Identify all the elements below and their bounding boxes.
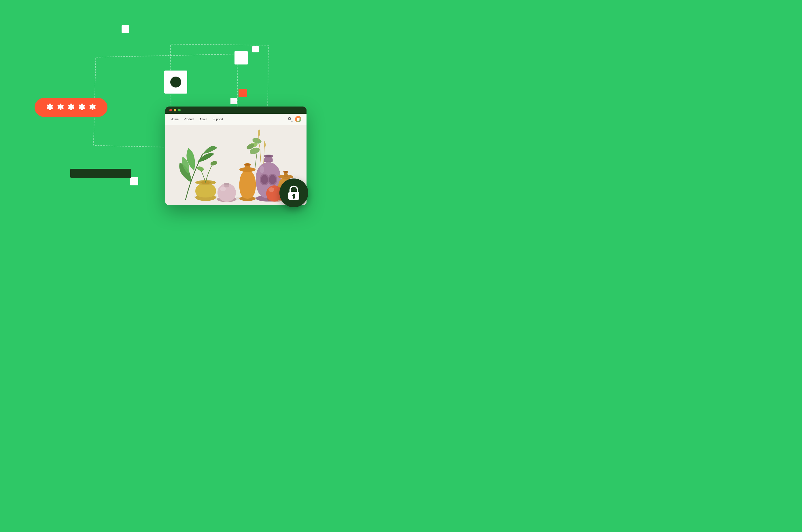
svg-point-23 [224, 183, 230, 185]
svg-point-32 [269, 175, 276, 184]
vase-small-yellow-left [195, 180, 216, 201]
cart-avatar-icon[interactable] [295, 116, 301, 122]
nav-link-home[interactable]: Home [170, 117, 179, 121]
deco-square-1 [122, 25, 129, 33]
lock-icon [287, 185, 300, 201]
svg-point-39 [284, 171, 287, 173]
deco-square-4 [231, 98, 237, 104]
nav-link-support[interactable]: Support [213, 117, 223, 121]
svg-point-31 [261, 175, 268, 184]
browser-nav-icons [288, 116, 301, 122]
deco-square-5 [130, 177, 138, 185]
browser-dot-green [178, 109, 181, 111]
cart-icon [296, 117, 300, 121]
password-pill: ✱ ✱ ✱ ✱ ✱ [35, 98, 107, 117]
asterisk-5: ✱ [89, 103, 96, 112]
lock-circle [279, 178, 308, 207]
search-icon[interactable] [288, 117, 292, 121]
browser-dot-red [169, 109, 172, 111]
svg-point-42 [269, 187, 274, 192]
deco-square-2 [235, 51, 248, 64]
browser-navbar: Home Product About Support [165, 114, 307, 125]
nav-link-about[interactable]: About [199, 117, 207, 121]
browser-titlebar [165, 107, 307, 114]
svg-point-33 [259, 166, 264, 173]
svg-rect-45 [293, 196, 295, 198]
deco-square-3 [252, 46, 259, 52]
logo-box [164, 71, 187, 94]
svg-point-27 [245, 164, 250, 166]
browser-nav-links: Home Product About Support [170, 117, 223, 121]
vase-tall-yellow [239, 163, 256, 201]
asterisk-3: ✱ [68, 103, 75, 112]
asterisk-2: ✱ [57, 103, 64, 112]
nav-link-product[interactable]: Product [184, 117, 194, 121]
logo-dot [170, 77, 181, 88]
browser-dot-yellow [174, 109, 176, 111]
asterisk-4: ✱ [78, 103, 85, 112]
deco-square-orange [238, 89, 247, 97]
asterisk-1: ✱ [46, 103, 53, 112]
svg-point-35 [266, 155, 271, 157]
dark-bar [70, 169, 131, 178]
